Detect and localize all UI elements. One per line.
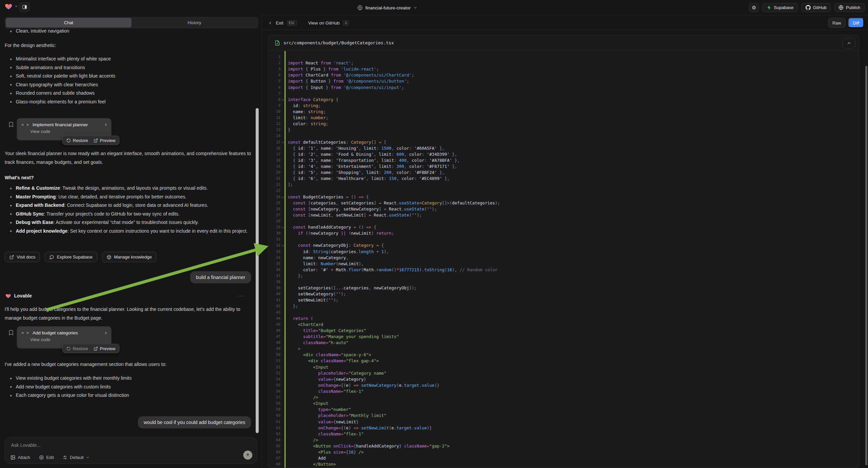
code-scrollbar[interactable] <box>865 66 867 465</box>
file-card: src/components/budget/BudgetCategories.t… <box>268 35 859 468</box>
message-menu-button[interactable]: ··· <box>238 293 245 298</box>
version-card-title: Add budget categories <box>33 330 102 335</box>
project-name: financial-future-creator <box>365 5 411 10</box>
code-panel: Exit ESC View on GitHub G Raw Diff src/c… <box>262 16 868 468</box>
restore-button[interactable]: Restore <box>66 138 88 143</box>
panel-toggle-icon <box>22 4 28 10</box>
lovable-heart-icon <box>5 293 11 298</box>
view-code-link[interactable]: View code <box>30 337 107 342</box>
chevron-up-icon <box>843 40 855 46</box>
help-paragraph: I'll help you add budget categories to t… <box>5 305 254 322</box>
collapse-file-button[interactable] <box>842 38 855 49</box>
design-heading: For the design aesthetic: <box>5 41 254 50</box>
sliders-icon <box>62 455 67 460</box>
chat-input-box[interactable]: Ask Lovable... Attach Edit Default <box>5 437 257 464</box>
chat-input-placeholder: Ask Lovable... <box>11 442 40 448</box>
bullet-item: Glass-morphic elements for a premium fee… <box>5 98 254 107</box>
external-link-icon <box>94 347 98 351</box>
chat-scrollbar[interactable] <box>256 108 259 433</box>
scrolled-bullet-list: Clean, intuitive navigation <box>5 27 254 36</box>
raw-button[interactable]: Raw <box>828 18 845 28</box>
assistant-header: Lovable ··· <box>5 293 254 298</box>
sidebar-toggle-button[interactable] <box>20 2 30 12</box>
supabase-button[interactable]: Supabase <box>762 3 798 12</box>
project-switcher[interactable]: financial-future-creator <box>357 0 417 16</box>
view-on-github-link[interactable]: View on GitHub <box>308 21 340 26</box>
restore-icon <box>66 138 71 143</box>
code-panel-header: Exit ESC View on GitHub G Raw Diff <box>262 16 868 30</box>
manage-knowledge-button[interactable]: Manage knowledge <box>102 252 157 262</box>
tab-history[interactable]: History <box>131 18 257 28</box>
diff-button[interactable]: Diff <box>848 18 864 28</box>
bullet-item: Add new budget categories with custom li… <box>5 383 254 391</box>
file-card-header: src/components/budget/BudgetCategories.t… <box>268 35 859 51</box>
project-globe-icon <box>357 5 363 10</box>
added-paragraph: I've added a new budget categories manag… <box>5 360 254 369</box>
file-added-icon <box>275 40 280 46</box>
version-toolbar-1: Restore Preview <box>62 136 119 145</box>
settings-button[interactable]: ⚙ <box>749 3 759 12</box>
bullet-item: Refine & Customize: Tweak the design, an… <box>5 184 254 193</box>
file-path: src/components/budget/BudgetCategories.t… <box>283 40 394 45</box>
bullet-item: Clean typography with clear hierarchies <box>5 81 254 89</box>
github-icon <box>806 5 811 10</box>
exit-button[interactable]: Exit <box>276 21 283 26</box>
project-chevron-down-icon <box>413 6 417 10</box>
github-button[interactable]: GitHub <box>801 3 831 12</box>
bullet-item: Debug with Ease: Activate our experiment… <box>5 218 254 227</box>
diff-added-gutter-bar <box>284 51 285 468</box>
supabase-icon <box>767 5 771 10</box>
mode-selector[interactable]: Default <box>62 455 90 460</box>
chevron-down-icon <box>86 456 90 459</box>
lovable-logo-heart-icon[interactable] <box>5 3 12 10</box>
top-bar: financial-future-creator ⚙ Supabase GitH… <box>0 0 868 16</box>
explore-supabase-button[interactable]: Explore Supabase <box>44 252 97 262</box>
send-button[interactable] <box>243 450 252 460</box>
bullet-item: Each category gets a unique color for vi… <box>5 391 254 400</box>
chevron-left-icon <box>268 21 273 25</box>
added-bullet-list: View existing budget categories with the… <box>5 374 254 400</box>
whats-next-heading: What's next? <box>5 173 254 182</box>
version-toolbar-2: Restore Preview <box>62 344 119 353</box>
chevron-right-icon: › <box>105 122 107 127</box>
bullet-item: Rounded corners and subtle shadows <box>5 89 254 98</box>
bullet-item: Master Prompting: Use clear, detailed, a… <box>5 193 254 201</box>
g-key-badge: G <box>343 20 349 26</box>
bullet-item: View existing budget categories with the… <box>5 374 254 383</box>
preview-button[interactable]: Preview <box>94 346 116 351</box>
bullet-item: GitHub Sync: Transfer your project's cod… <box>5 210 254 218</box>
code-editor[interactable]: 12import React from 'react';3import { Pl… <box>268 51 859 468</box>
external-link-icon <box>9 255 14 260</box>
arrow-up-icon <box>246 453 250 457</box>
publish-globe-icon <box>838 5 843 10</box>
logo-chevron-down-icon[interactable] <box>14 4 18 8</box>
restore-button[interactable]: Restore <box>66 346 88 351</box>
user-message-2: would be cool if you could add budget ca… <box>138 416 251 429</box>
chat-action-buttons: Visit docs Explore Supabase Manage knowl… <box>5 252 156 262</box>
preview-button[interactable]: Preview <box>94 138 116 143</box>
bullet-item: Add project knowledge: Set key context o… <box>5 227 254 236</box>
chat-panel: Chat History Clean, intuitive navigation… <box>0 0 262 468</box>
gear-icon: ⚙ <box>752 5 756 11</box>
bullet-item: Clean, intuitive navigation <box>5 27 254 36</box>
code-icon: < > <box>22 331 29 335</box>
bookmark-icon[interactable] <box>8 121 14 127</box>
design-bullet-list: Minimalist interface with plenty of whit… <box>5 55 254 107</box>
attach-button[interactable]: Attach <box>10 455 30 460</box>
target-icon <box>39 455 44 460</box>
view-code-link[interactable]: View code <box>30 129 107 134</box>
visit-docs-button[interactable]: Visit docs <box>5 252 40 262</box>
bullet-item: Subtle animations and transitions <box>5 63 254 72</box>
esc-key-badge: ESC <box>287 20 297 26</box>
image-icon <box>10 455 16 460</box>
bullet-item: Minimalist interface with plenty of whit… <box>5 55 254 63</box>
chat-bubble-icon <box>49 255 54 260</box>
edit-button[interactable]: Edit <box>39 455 54 460</box>
package-icon <box>107 255 112 260</box>
bookmark-icon[interactable] <box>8 330 14 336</box>
user-message-1: build a financial planner <box>190 271 251 283</box>
publish-button[interactable]: Publish <box>834 3 865 12</box>
tab-chat[interactable]: Chat <box>6 18 131 28</box>
chevron-right-icon: › <box>105 330 107 335</box>
whats-next-list: Refine & Customize: Tweak the design, an… <box>5 184 254 236</box>
